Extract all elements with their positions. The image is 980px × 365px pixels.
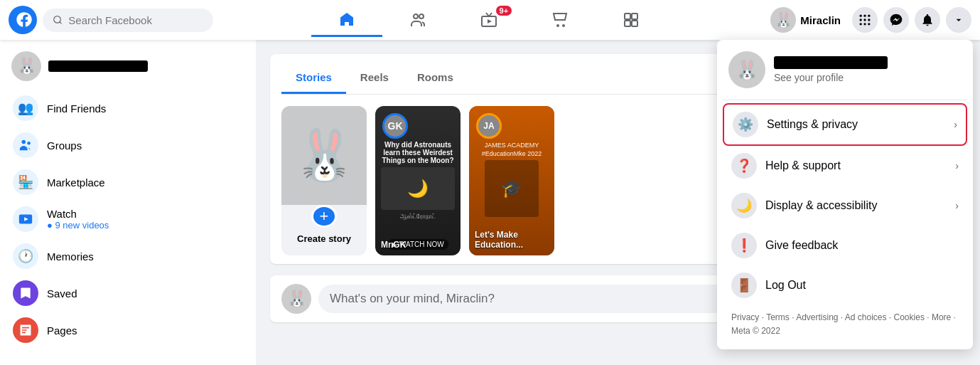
dropdown-help-label: Help & support [765, 159, 841, 172]
watch-label: Watch [47, 208, 109, 220]
grid-icon [858, 13, 872, 27]
svg-point-15 [860, 18, 862, 21]
facebook-logo[interactable] [9, 6, 37, 34]
edu-story-card[interactable]: JA JAMES ACADEMY #EducationMke 2022 🎓 Le… [469, 106, 554, 255]
tab-rooms[interactable]: Rooms [403, 63, 468, 94]
sidebar-item-groups[interactable]: Groups [6, 127, 250, 164]
svg-point-20 [868, 23, 870, 25]
nav-marketplace[interactable] [524, 3, 596, 37]
sidebar-item-label: Find Friends [47, 102, 106, 115]
pages-icon [13, 317, 38, 343]
help-chevron-icon: › [955, 160, 959, 171]
sidebar-item-saved[interactable]: Saved [6, 275, 250, 312]
dropdown-logout-left: 🚪 Log Out [731, 273, 806, 298]
dropdown-divider-1 [723, 100, 967, 100]
create-story-label: Create story [297, 233, 351, 244]
mrgk-avatar: GK [382, 113, 408, 139]
svg-point-2 [414, 14, 418, 18]
topbar-right: 🐰 Miraclin [765, 3, 971, 37]
dropdown-logout-label: Log Out [765, 279, 806, 292]
sidebar-item-label: Groups [47, 139, 82, 152]
watch-sub-label: ● 9 new videos [47, 220, 109, 231]
svg-point-7 [563, 25, 564, 26]
feedback-icon: ❗ [731, 233, 757, 258]
display-icon: 🌙 [731, 193, 757, 218]
dropdown-menu: 🐰 See your profile ⚙️ Settings & privacy… [717, 40, 973, 349]
nav-icons: 9+ [219, 3, 759, 37]
sidebar-item-watch[interactable]: Watch ● 9 new videos [6, 201, 250, 238]
story-create-image: 🐰 [281, 106, 367, 205]
tab-reels[interactable]: Reels [346, 63, 403, 94]
svg-point-19 [863, 23, 866, 25]
dropdown-help-left: ❓ Help & support [731, 153, 841, 179]
bell-icon [920, 13, 935, 27]
dropdown-settings-label: Settings & privacy [767, 118, 858, 131]
logout-icon: 🚪 [731, 273, 757, 298]
dropdown-display-item[interactable]: 🌙 Display & accessibility › [723, 186, 967, 226]
dropdown-logout-item[interactable]: 🚪 Log Out [723, 265, 967, 305]
dropdown-settings-left: ⚙️ Settings & privacy [733, 112, 858, 137]
svg-line-1 [60, 22, 62, 24]
watch-icon [13, 206, 38, 232]
sidebar-item-pages[interactable]: Pages [6, 312, 250, 349]
chevron-down-button[interactable] [946, 7, 971, 33]
search-bar[interactable] [43, 9, 213, 32]
user-menu-button[interactable]: 🐰 Miraclin [765, 3, 846, 37]
dropdown-see-profile: See your profile [774, 72, 888, 83]
story-plus-icon: + [311, 205, 337, 228]
chevron-down-icon [953, 14, 964, 26]
mrgk-story-card[interactable]: GK Why did Astronauts learn these Weirde… [375, 106, 461, 255]
messenger-icon [889, 13, 903, 27]
dropdown-footer: Privacy · Terms · Advertising · Ad choic… [723, 305, 967, 344]
sidebar-item-label: Saved [47, 287, 77, 300]
dropdown-feedback-label: Give feedback [765, 239, 838, 252]
sidebar-item-label: Memories [47, 250, 94, 263]
settings-chevron-icon: › [954, 119, 957, 130]
svg-rect-9 [632, 14, 637, 19]
svg-point-0 [54, 16, 61, 23]
dropdown-display-label: Display & accessibility [765, 199, 877, 212]
svg-point-21 [22, 140, 26, 144]
sidebar-avatar: 🐰 [11, 51, 41, 81]
watch-label-group: Watch ● 9 new videos [47, 208, 109, 231]
svg-point-22 [27, 142, 31, 145]
mrgk-card-inner: GK Why did Astronauts learn these Weirde… [375, 106, 461, 255]
dropdown-help-item[interactable]: ❓ Help & support › [723, 146, 967, 186]
topbar: 9+ 🐰 Miraclin [0, 0, 980, 40]
nav-home[interactable] [311, 3, 382, 37]
sidebar-item-memories[interactable]: 🕐 Memories [6, 238, 250, 275]
dropdown-feedback-item[interactable]: ❗ Give feedback [723, 226, 967, 265]
svg-point-6 [557, 25, 559, 26]
svg-rect-10 [625, 21, 630, 26]
apps-icon-button[interactable] [852, 7, 878, 33]
display-chevron-icon: › [955, 200, 959, 211]
watch-badge: 9+ [496, 6, 512, 16]
svg-point-3 [419, 14, 424, 18]
nav-groups[interactable] [596, 3, 667, 37]
groups-icon [13, 132, 38, 158]
saved-icon [13, 280, 38, 306]
search-input[interactable] [68, 14, 203, 26]
sidebar-item-find-friends[interactable]: 👥 Find Friends [6, 90, 250, 127]
dropdown-display-left: 🌙 Display & accessibility [731, 193, 877, 218]
svg-point-12 [860, 15, 862, 17]
nav-friends[interactable] [382, 3, 453, 37]
notifications-icon-button[interactable] [915, 7, 940, 33]
sidebar-item-marketplace[interactable]: 🏪 Marketplace [6, 164, 250, 201]
tab-stories[interactable]: Stories [281, 63, 346, 94]
edu-avatar: JA [476, 113, 502, 139]
sidebar-user[interactable]: 🐰 [6, 46, 250, 87]
post-avatar: 🐰 [281, 284, 311, 314]
dropdown-profile-item[interactable]: 🐰 See your profile [723, 46, 967, 94]
svg-point-14 [868, 15, 870, 17]
svg-point-18 [860, 23, 862, 25]
dropdown-settings-item[interactable]: ⚙️ Settings & privacy › [723, 103, 967, 146]
create-story-card[interactable]: 🐰 + Create story [281, 106, 367, 255]
help-icon: ❓ [731, 153, 757, 179]
dropdown-profile-avatar: 🐰 [728, 51, 765, 88]
messenger-icon-button[interactable] [883, 7, 909, 33]
dropdown-footer-text: Privacy · Terms · Advertising · Ad choic… [731, 312, 956, 336]
nav-watch[interactable]: 9+ [453, 3, 524, 37]
mrgk-story-name: Mr.GK [381, 240, 455, 250]
svg-point-16 [863, 18, 866, 21]
